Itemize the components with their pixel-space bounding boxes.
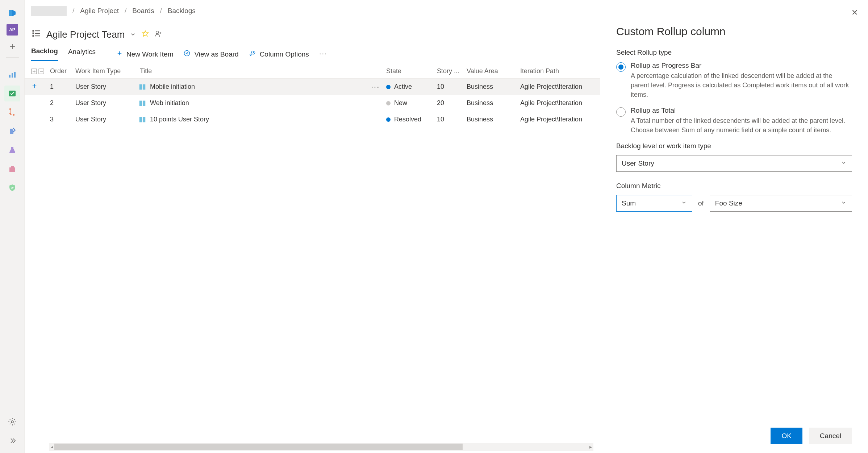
- favorite-star-icon[interactable]: [141, 29, 149, 40]
- col-header-value[interactable]: Value Area: [467, 67, 520, 75]
- col-header-iteration[interactable]: Iteration Path: [520, 67, 600, 75]
- add-people-icon[interactable]: [154, 29, 162, 40]
- panel-title: Custom Rollup column: [616, 25, 852, 38]
- row-value-area: Business: [467, 99, 520, 107]
- new-work-item-button[interactable]: New Work Item: [116, 50, 174, 58]
- nav-artifacts-icon[interactable]: [4, 161, 20, 177]
- team-picker-chevron-icon[interactable]: [130, 29, 136, 40]
- svg-rect-8: [11, 166, 14, 168]
- new-work-item-label: New Work Item: [126, 50, 174, 58]
- svg-rect-2: [14, 72, 16, 78]
- col-header-order[interactable]: Order: [50, 67, 75, 75]
- more-actions-icon[interactable]: ···: [319, 49, 327, 59]
- svg-point-9: [11, 421, 13, 423]
- row-type: User Story: [75, 99, 138, 107]
- tab-analytics[interactable]: Analytics: [68, 48, 96, 61]
- svg-rect-12: [33, 33, 34, 34]
- row-title-text[interactable]: Mobile initiation: [150, 83, 195, 91]
- col-header-type[interactable]: Work Item Type: [75, 67, 138, 75]
- settings-icon[interactable]: [4, 414, 20, 430]
- page-title: Agile Project Team: [46, 29, 125, 40]
- chevron-down-icon: [841, 159, 847, 167]
- scroll-right-icon[interactable]: ▸: [589, 444, 592, 450]
- backlog-level-select[interactable]: User Story: [616, 155, 852, 172]
- scroll-left-icon[interactable]: ◂: [51, 444, 53, 450]
- row-iteration-path: Agile Project\Iteration: [520, 116, 600, 123]
- svg-rect-7: [9, 167, 15, 172]
- svg-point-17: [184, 51, 190, 56]
- column-metric-label: Column Metric: [616, 182, 852, 190]
- breadcrumb-boards[interactable]: Boards: [132, 7, 154, 15]
- svg-rect-25: [143, 117, 145, 122]
- svg-rect-15: [35, 36, 40, 36]
- board-icon: [183, 50, 191, 59]
- backlog-level-label: Backlog level or work item type: [616, 142, 852, 150]
- user-story-icon: [138, 99, 146, 107]
- svg-point-4: [9, 108, 11, 110]
- page-header: Agile Project Team: [25, 22, 600, 45]
- add-icon[interactable]: [4, 38, 20, 54]
- radio-rollup-progress[interactable]: Rollup as Progress Bar A percentage calc…: [616, 62, 852, 99]
- table-row[interactable]: 1 User Story Mobile initiation ··· Activ…: [25, 79, 600, 95]
- col-header-state[interactable]: State: [386, 67, 437, 75]
- view-as-board-button[interactable]: View as Board: [183, 50, 238, 59]
- metric-field-value: Foo Size: [715, 199, 742, 207]
- left-nav-rail: AP: [0, 0, 25, 453]
- svg-rect-10: [33, 30, 34, 32]
- of-label: of: [698, 199, 704, 207]
- breadcrumb-backlogs[interactable]: Backlogs: [168, 7, 196, 15]
- row-story-points: 20: [437, 99, 467, 107]
- main-content: / Agile Project / Boards / Backlogs Agil…: [25, 0, 600, 453]
- column-options-button[interactable]: Column Options: [249, 50, 309, 59]
- col-header-story[interactable]: Story ...: [437, 67, 467, 75]
- svg-rect-1: [12, 73, 13, 78]
- user-story-icon: [138, 83, 146, 91]
- row-title-text[interactable]: 10 points User Story: [150, 116, 209, 123]
- column-options-label: Column Options: [260, 50, 309, 58]
- nav-repos-icon[interactable]: [4, 104, 20, 120]
- project-avatar[interactable]: AP: [7, 24, 18, 36]
- svg-rect-11: [35, 30, 40, 31]
- product-logo-icon[interactable]: [4, 5, 20, 21]
- nav-pipelines-icon[interactable]: [4, 123, 20, 139]
- horizontal-scrollbar[interactable]: ◂ ▸: [49, 443, 593, 451]
- table-row[interactable]: 3 User Story 10 points User Story Resolv…: [25, 111, 600, 128]
- row-iteration-path: Agile Project\Iteration: [520, 99, 600, 107]
- nav-dashboards-icon[interactable]: [4, 67, 20, 83]
- close-panel-button[interactable]: ✕: [851, 8, 858, 17]
- wrench-icon: [249, 50, 256, 59]
- radio-progress-title: Rollup as Progress Bar: [631, 62, 852, 70]
- backlog-level-value: User Story: [622, 159, 654, 167]
- breadcrumb-project[interactable]: Agile Project: [80, 7, 119, 15]
- metric-aggregate-select[interactable]: Sum: [616, 195, 692, 212]
- table-row[interactable]: 2 User Story Web initiation New 20 Busin…: [25, 95, 600, 111]
- svg-point-5: [9, 113, 11, 114]
- svg-rect-13: [35, 33, 40, 34]
- radio-icon: [616, 107, 626, 117]
- add-child-icon[interactable]: [31, 83, 50, 91]
- radio-icon: [616, 62, 626, 72]
- scrollbar-thumb[interactable]: [54, 444, 463, 450]
- backlog-header-icon: [31, 28, 41, 41]
- toolbar-separator: [106, 50, 106, 59]
- col-header-title[interactable]: Title: [138, 67, 371, 75]
- ok-button[interactable]: OK: [771, 428, 802, 444]
- nav-testplans-icon[interactable]: [4, 142, 20, 158]
- nav-boards-icon[interactable]: [4, 86, 20, 101]
- row-type: User Story: [75, 116, 138, 123]
- cancel-button[interactable]: Cancel: [809, 428, 852, 444]
- row-title-text[interactable]: Web initiation: [150, 99, 189, 107]
- metric-field-select[interactable]: Foo Size: [710, 195, 852, 212]
- expand-rail-icon[interactable]: [4, 433, 20, 449]
- row-order: 2: [50, 99, 75, 107]
- state-dot-icon: [386, 117, 391, 122]
- tab-backlog[interactable]: Backlog: [31, 47, 58, 61]
- user-story-icon: [138, 116, 146, 124]
- row-actions-icon[interactable]: ···: [371, 82, 386, 92]
- expand-collapse-all[interactable]: [31, 68, 50, 74]
- row-value-area: Business: [467, 116, 520, 123]
- grid-header-row: Order Work Item Type Title State Story .…: [25, 64, 600, 79]
- rollup-type-label: Select Rollup type: [616, 49, 852, 57]
- radio-rollup-total[interactable]: Rollup as Total A Total number of the li…: [616, 107, 852, 135]
- nav-compliance-icon[interactable]: [4, 180, 20, 196]
